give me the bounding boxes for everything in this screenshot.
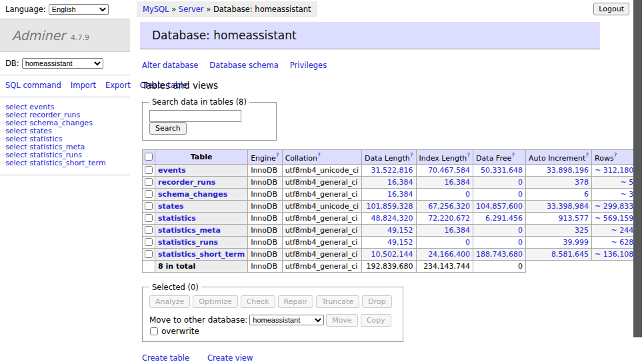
auto-increment-link-schema-changes[interactable]: 6 (584, 190, 589, 199)
search-input[interactable] (149, 110, 241, 122)
help-link-index-length[interactable]: ? (467, 152, 470, 159)
optimize-button[interactable]: Optimize (193, 295, 237, 308)
create-link-create-table[interactable]: Create table (142, 353, 189, 362)
table-link-states[interactable]: states (158, 202, 184, 211)
rows-link-states[interactable]: ~ 299,833 (595, 202, 633, 211)
db-action-privileges[interactable]: Privileges (290, 61, 327, 70)
index-length-link-statistics[interactable]: 72,220,672 (428, 214, 470, 223)
column-header-rows: Rows? (592, 150, 637, 165)
truncate-button[interactable]: Truncate (316, 295, 359, 308)
index-length-link-states[interactable]: 67,256,320 (428, 202, 470, 211)
data-length-link-statistics-short-term[interactable]: 10,502,144 (371, 250, 413, 259)
overwrite-checkbox[interactable] (150, 327, 158, 335)
data-free-link-recorder-runs[interactable]: 0 (518, 178, 523, 187)
help-link-engine[interactable]: ? (276, 152, 279, 159)
move-button[interactable]: Move (326, 314, 358, 327)
drop-button[interactable]: Drop (362, 295, 391, 308)
search-button[interactable]: Search (149, 122, 187, 135)
move-db-select[interactable]: homeassistant (249, 315, 324, 325)
sidebar-action-export[interactable]: Export (105, 81, 131, 90)
data-free-link-statistics-short-term[interactable]: 188,743,680 (476, 250, 523, 259)
db-action-alter-database[interactable]: Alter database (142, 61, 198, 70)
row-checkbox-statistics[interactable] (145, 214, 153, 222)
scrollbar-thumb[interactable] (633, 0, 642, 337)
data-length-link-statistics[interactable]: 48,824,320 (371, 214, 413, 223)
row-checkbox-events[interactable] (145, 166, 153, 174)
cell-data-free: 50,331,648 (473, 164, 526, 176)
logout-button[interactable]: Logout (593, 3, 629, 15)
overwrite-label: overwrite (161, 327, 199, 336)
help-link-rows[interactable]: ? (614, 152, 617, 159)
sidebar-link-select-statistics-short-term[interactable]: select statistics_short_term (5, 159, 106, 167)
help-link-auto-increment[interactable]: ? (585, 152, 589, 159)
auto-increment-link-states[interactable]: 33,398,984 (547, 202, 589, 211)
data-length-link-recorder-runs[interactable]: 16,384 (387, 178, 413, 187)
sidebar-action-sql-command[interactable]: SQL command (5, 81, 61, 90)
language-select[interactable]: English (49, 4, 109, 15)
auto-increment-link-statistics-short-term[interactable]: 8,581,645 (551, 250, 589, 259)
row-checkbox-statistics-runs[interactable] (145, 238, 153, 246)
cell-data-length: 16,384 (362, 188, 416, 200)
data-free-link-events[interactable]: 50,331,648 (481, 166, 523, 175)
data-length-link-statistics-runs[interactable]: 49,152 (387, 238, 413, 247)
db-select[interactable]: homeassistant (22, 58, 103, 69)
repair-button[interactable]: Repair (278, 295, 313, 308)
create-link-create-view[interactable]: Create view (207, 353, 253, 362)
row-checkbox-states[interactable] (145, 202, 153, 210)
rows-link-statistics[interactable]: ~ 569,159 (595, 214, 633, 223)
help-link-data-free[interactable]: ? (511, 152, 515, 159)
auto-increment-link-statistics[interactable]: 913,577 (559, 214, 589, 223)
index-length-link-events[interactable]: 70,467,584 (428, 166, 470, 175)
table-link-events[interactable]: events (158, 166, 186, 175)
breadcrumb-item-mysql[interactable]: MySQL (143, 5, 169, 14)
check-button[interactable]: Check (241, 295, 275, 308)
data-free-link-statistics[interactable]: 6,291,456 (485, 214, 523, 223)
row-checkbox-statistics-meta[interactable] (145, 226, 153, 234)
auto-increment-link-recorder-runs[interactable]: 378 (575, 178, 589, 187)
index-length-link-recorder-runs[interactable]: 16,384 (445, 178, 471, 187)
rows-link-schema-changes[interactable]: ~ 3 (620, 190, 633, 199)
column-header-data-free: Data Free? (473, 150, 526, 165)
data-length-link-statistics-meta[interactable]: 49,152 (387, 226, 413, 235)
data-free-link-statistics-runs[interactable]: 0 (518, 238, 523, 247)
rows-link-recorder-runs[interactable]: ~ 5 (620, 178, 633, 187)
table-link-schema-changes[interactable]: schema_changes (158, 190, 227, 199)
table-row-events: eventsInnoDButf8mb4_unicode_ci31,522,816… (143, 164, 644, 176)
rows-link-events[interactable]: ~ 312,180 (595, 166, 633, 175)
row-checkbox-recorder-runs[interactable] (145, 178, 153, 186)
table-link-statistics-short-term[interactable]: statistics_short_term (158, 250, 245, 259)
table-link-recorder-runs[interactable]: recorder_runs (158, 178, 215, 187)
row-checkbox-statistics-short-term[interactable] (145, 250, 153, 258)
data-length-link-schema-changes[interactable]: 16,384 (387, 190, 413, 199)
rows-link-statistics-runs[interactable]: ~ 628 (611, 238, 633, 247)
copy-button[interactable]: Copy (361, 314, 391, 327)
index-length-link-statistics-meta[interactable]: 16,384 (445, 226, 471, 235)
index-length-link-statistics-runs[interactable]: 0 (465, 238, 470, 247)
db-action-database-schema[interactable]: Database schema (209, 61, 278, 70)
auto-increment-link-statistics-meta[interactable]: 325 (575, 226, 589, 235)
data-free-link-statistics-meta[interactable]: 0 (518, 226, 523, 235)
table-link-statistics[interactable]: statistics (158, 214, 196, 223)
rows-link-statistics-short-term[interactable]: ~ 136,108 (595, 250, 633, 259)
table-link-statistics-meta[interactable]: statistics_meta (158, 226, 221, 235)
cell-data-free: 0 (473, 224, 526, 236)
data-free-link-states[interactable]: 104,857,600 (476, 202, 523, 211)
data-free-link-schema-changes[interactable]: 0 (518, 190, 523, 199)
analyze-button[interactable]: Analyze (149, 295, 190, 308)
breadcrumb-item-server[interactable]: Server (179, 5, 204, 14)
rows-link-statistics-meta[interactable]: ~ 244 (611, 226, 633, 235)
scrollbar[interactable] (633, 0, 644, 362)
row-checkbox-schema-changes[interactable] (145, 190, 153, 198)
help-link-collation[interactable]: ? (317, 152, 321, 159)
index-length-link-statistics-short-term[interactable]: 24,166,400 (428, 250, 470, 259)
table-link-statistics-runs[interactable]: statistics_runs (158, 238, 218, 247)
sidebar-action-import[interactable]: Import (71, 81, 96, 90)
data-length-link-states[interactable]: 101,859,328 (367, 202, 413, 211)
select-all-checkbox[interactable] (145, 153, 153, 161)
cell-engine: InnoDB (248, 212, 282, 224)
data-length-link-events[interactable]: 31,522,816 (371, 166, 413, 175)
index-length-link-schema-changes[interactable]: 0 (465, 190, 470, 199)
help-link-data-length[interactable]: ? (410, 152, 413, 159)
auto-increment-link-events[interactable]: 33,898,196 (547, 166, 589, 175)
auto-increment-link-statistics-runs[interactable]: 39,999 (563, 238, 589, 247)
